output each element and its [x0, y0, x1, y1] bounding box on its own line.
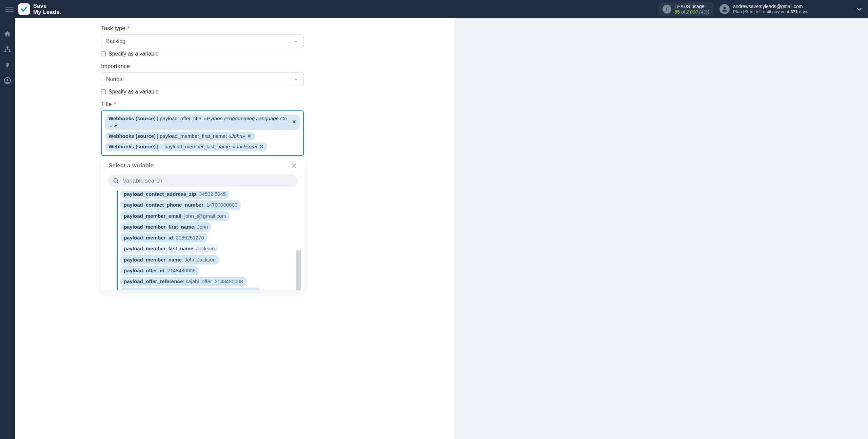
- logo-check-icon: [18, 3, 30, 15]
- title-chip[interactable]: Webhooks (source) | payload_member_first…: [105, 132, 255, 141]
- search-icon: [113, 177, 119, 184]
- home-icon[interactable]: [3, 29, 12, 39]
- usage-label: LEADS usage:: [675, 4, 709, 9]
- variable-option[interactable]: payload_contact_phone_number: 1470000000…: [120, 200, 241, 210]
- task-type-label: Task type*: [101, 25, 446, 32]
- chevron-down-icon: [293, 39, 299, 44]
- top-header: Save My Leads. i LEADS usage: 85 of 2'00…: [0, 0, 868, 18]
- user-icon[interactable]: [3, 76, 12, 85]
- leads-usage-badge[interactable]: i LEADS usage: 85 of 2'000 (4%): [658, 2, 713, 16]
- chip-remove-icon[interactable]: ✕: [259, 143, 264, 150]
- svg-point-5: [6, 79, 8, 81]
- svg-rect-2: [4, 51, 6, 53]
- avatar-icon: [719, 4, 730, 14]
- account-chevron-down-icon[interactable]: [856, 6, 863, 13]
- info-icon: i: [663, 5, 671, 14]
- brand-text: Save My Leads.: [33, 3, 61, 15]
- usage-text: LEADS usage: 85 of 2'000 (4%): [675, 4, 709, 15]
- importance-specify-variable[interactable]: Specify as a variable: [101, 89, 446, 95]
- variable-option[interactable]: payload_member_email: john_j@gmail.com: [120, 211, 230, 221]
- variable-search-input[interactable]: [123, 177, 293, 184]
- variable-panel-title: Select a variable: [108, 162, 154, 169]
- variable-option[interactable]: payload_member_name: John Jackson: [120, 255, 219, 265]
- variable-list-scrollbar[interactable]: [296, 191, 301, 290]
- menu-burger-icon[interactable]: [5, 5, 14, 13]
- svg-point-0: [723, 7, 726, 9]
- importance-select[interactable]: Normal: [101, 72, 304, 86]
- chip-remove-icon[interactable]: ✕: [292, 119, 296, 125]
- task-type-specify-variable[interactable]: Specify as a variable: [101, 51, 446, 57]
- variable-list: payload_contact_address_zip: 34502 5045p…: [117, 191, 299, 290]
- variable-selector-panel: Select a variable payload_contact_: [101, 158, 304, 290]
- variable-option[interactable]: payload_offer_id: 2148480008: [120, 266, 199, 275]
- variable-option[interactable]: payload_offer_title: Python Programming …: [120, 288, 261, 290]
- title-chip[interactable]: Webhooks (source) |: [105, 143, 162, 151]
- left-sidebar: [0, 18, 15, 439]
- dollar-icon[interactable]: [3, 60, 12, 70]
- chevron-down-icon: [293, 77, 299, 82]
- title-chip[interactable]: Webhooks (source) | payload_offer_title:…: [105, 114, 300, 130]
- scroll-thumb[interactable]: [296, 250, 301, 290]
- task-type-specify-checkbox[interactable]: [101, 51, 106, 56]
- svg-rect-3: [9, 51, 11, 53]
- variable-option[interactable]: payload_member_last_name: Jackson: [120, 244, 218, 253]
- title-chip-cont[interactable]: payload_member_last_name: «Jackson» ✕: [161, 143, 267, 151]
- task-type-value: Backlog: [106, 38, 125, 44]
- variable-option[interactable]: payload_offer_reference: kajabi_offer_21…: [120, 277, 246, 286]
- importance-specify-checkbox[interactable]: [101, 89, 106, 94]
- account-section[interactable]: andrewsavemyleads@gmail.com Plan |Start|…: [719, 4, 808, 14]
- account-email: andrewsavemyleads@gmail.com: [733, 4, 808, 9]
- variable-search[interactable]: [108, 174, 298, 187]
- variable-option[interactable]: payload_member_id: 2185251270: [120, 233, 208, 243]
- account-text: andrewsavemyleads@gmail.com Plan |Start|…: [733, 4, 808, 14]
- plan-info: Plan |Start| left until payment 371 days: [733, 9, 808, 15]
- close-icon[interactable]: [291, 163, 297, 169]
- svg-rect-1: [6, 46, 8, 48]
- task-type-select[interactable]: Backlog: [101, 35, 304, 48]
- task-type-field: Task type* Backlog Specify as a variable: [101, 25, 446, 57]
- variable-option[interactable]: payload_contact_address_zip: 34502 5045: [120, 191, 229, 199]
- variable-option[interactable]: payload_member_first_name: John: [120, 222, 211, 232]
- usage-numbers: 85 of 2'000 (4%): [675, 9, 709, 15]
- title-input[interactable]: Webhooks (source) | payload_offer_title:…: [101, 110, 304, 156]
- importance-label: Importance: [101, 63, 446, 70]
- importance-value: Normal: [106, 76, 124, 82]
- title-field: Title* Webhooks (source) | payload_offer…: [101, 101, 446, 290]
- brand-logo[interactable]: Save My Leads.: [18, 3, 61, 15]
- title-label: Title*: [101, 101, 446, 108]
- importance-field: Importance Normal Specify as a variable: [101, 63, 446, 95]
- chip-remove-icon[interactable]: ✕: [247, 133, 252, 140]
- sitemap-icon[interactable]: [3, 45, 12, 54]
- main-card: Task type* Backlog Specify as a variable…: [15, 18, 454, 439]
